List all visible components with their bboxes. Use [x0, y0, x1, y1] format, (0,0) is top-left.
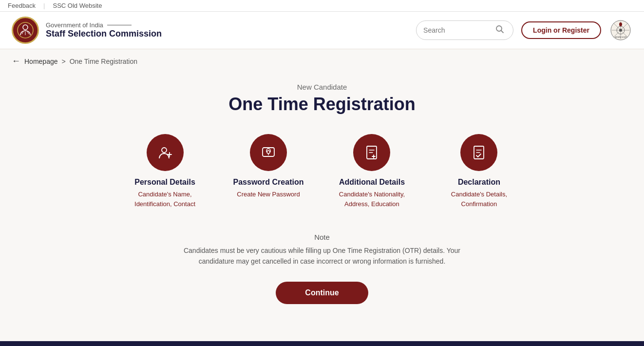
step-additional-details-desc: Candidate's Nationality, Address, Educat… [333, 190, 411, 209]
org-name-block: Government of India Staff Selection Comm… [46, 21, 162, 39]
step-password-creation-icon [250, 134, 287, 171]
step-declaration-title: Declaration [458, 178, 500, 187]
steps-row: Personal Details Candidate's Name, Ident… [126, 134, 518, 209]
breadcrumb: ← Homepage > One Time Registration [0, 49, 644, 73]
step-personal-details: Personal Details Candidate's Name, Ident… [126, 134, 204, 209]
step-additional-details-title: Additional Details [339, 178, 405, 187]
step-personal-details-title: Personal Details [134, 178, 195, 187]
footer-bar [0, 341, 644, 346]
main-content: New Candidate One Time Registration Pers… [0, 73, 644, 324]
continue-button[interactable]: Continue [276, 282, 368, 304]
header: Government of India Staff Selection Comm… [0, 12, 644, 49]
svg-point-13 [267, 151, 270, 154]
step-additional-details-icon [353, 134, 390, 171]
org-ssc-name: Staff Selection Commission [46, 29, 162, 39]
svg-point-1 [23, 25, 28, 30]
step-additional-details: Additional Details Candidate's Nationali… [333, 134, 411, 209]
svg-point-7 [619, 22, 622, 26]
step-declaration: Declaration Candidate's Details, Confirm… [440, 134, 518, 209]
emblem-icon: सत्यमेव जयते [609, 19, 632, 42]
breadcrumb-home[interactable]: Homepage [24, 58, 58, 65]
person-add-icon [156, 144, 174, 161]
svg-line-3 [501, 31, 504, 33]
svg-text:सत्यमेव जयते: सत्यमेव जयते [614, 36, 626, 38]
step-password-creation: Password Creation Create New Password [233, 134, 304, 199]
feedback-link[interactable]: Feedback [8, 2, 36, 9]
search-bar[interactable] [416, 20, 513, 40]
search-input[interactable] [423, 26, 492, 34]
breadcrumb-current: One Time Registration [70, 58, 137, 65]
header-brand: Government of India Staff Selection Comm… [12, 17, 162, 44]
login-register-button[interactable]: Login or Register [521, 21, 601, 39]
logo-svg [17, 21, 34, 39]
doc-add-icon [363, 144, 380, 161]
old-website-link[interactable]: SSC Old Website [53, 2, 102, 9]
topbar: Feedback | SSC Old Website [0, 0, 644, 12]
svg-point-9 [162, 148, 167, 153]
note-text: Candidates must be very cautious while f… [176, 245, 468, 267]
header-actions: Login or Register सत्यमेव जयते [416, 19, 632, 42]
step-personal-details-desc: Candidate's Name, Identification, Contac… [126, 190, 204, 209]
step-declaration-icon [460, 134, 497, 171]
note-section: Note Candidates must be very cautious wh… [176, 233, 468, 267]
breadcrumb-separator: > [62, 58, 66, 65]
topbar-separator: | [43, 2, 45, 9]
search-icon [495, 25, 504, 36]
page-title: One Time Registration [228, 94, 415, 115]
note-title: Note [176, 233, 468, 241]
step-personal-details-icon [147, 134, 184, 171]
doc-check-icon [470, 144, 488, 161]
step-password-creation-title: Password Creation [233, 178, 304, 187]
step-declaration-desc: Candidate's Details, Confirmation [440, 190, 518, 209]
back-arrow-icon[interactable]: ← [12, 56, 20, 66]
page-subtitle: New Candidate [297, 83, 347, 91]
chat-lock-icon [260, 144, 277, 161]
step-password-creation-desc: Create New Password [237, 190, 300, 199]
org-government: Government of India [46, 21, 162, 29]
ssc-logo [12, 17, 39, 44]
